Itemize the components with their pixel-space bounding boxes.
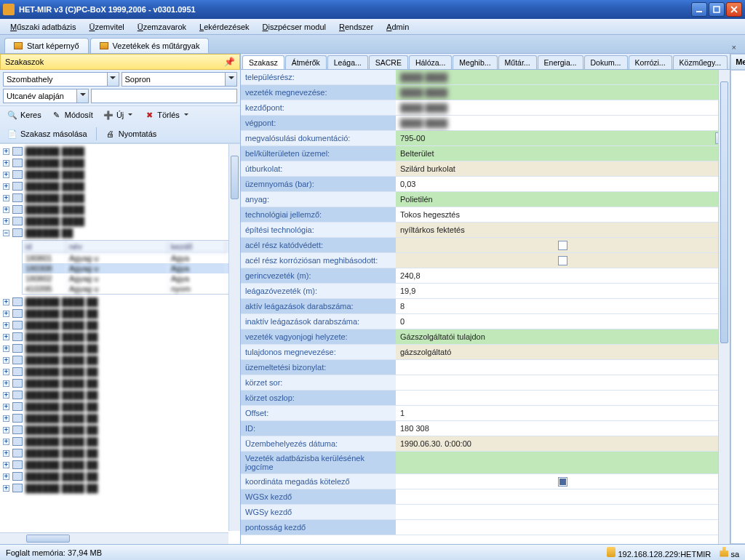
tree-node[interactable]: +██████ ████ ██ (0, 366, 240, 377)
detail-tab[interactable]: Energia... (538, 55, 583, 69)
expand-icon[interactable]: + (3, 160, 9, 167)
expand-icon[interactable]: + (3, 427, 9, 433)
collapse-icon[interactable]: − (3, 230, 9, 236)
property-value[interactable]: 795-00... (396, 131, 730, 146)
tree-node[interactable]: +██████ ████ ██ (0, 354, 240, 366)
property-value[interactable] (396, 253, 730, 268)
property-value[interactable] (396, 375, 730, 391)
scroll-thumb[interactable] (720, 81, 728, 343)
property-value[interactable]: nyíltárkos fektetés (396, 223, 730, 238)
minimize-button[interactable] (691, 2, 707, 17)
tree-node[interactable]: +██████ ████ ██ (0, 459, 240, 471)
filter-input[interactable] (91, 89, 237, 103)
tree-node[interactable]: +██████ ████ (0, 180, 240, 192)
filtermode-combo[interactable]: Utcanév alapján (3, 89, 89, 103)
detail-tab[interactable]: Hálóza... (409, 55, 452, 69)
property-value[interactable] (396, 452, 730, 474)
detail-tab[interactable]: Dokum... (584, 55, 628, 69)
property-value[interactable]: Polietilén (396, 192, 730, 207)
chevron-down-icon[interactable] (127, 110, 134, 120)
property-value[interactable]: 1990.06.30. 0:00:00 (396, 436, 730, 452)
chevron-down-icon[interactable] (225, 73, 236, 86)
keres-button[interactable]: 🔍Keres (3, 108, 46, 121)
property-value[interactable]: ████ ████ (396, 116, 730, 131)
tab-start[interactable]: Start képernyő (4, 38, 89, 53)
tree-node[interactable]: +██████ ████ ██ (0, 482, 240, 494)
checkbox[interactable] (558, 256, 567, 265)
tree-node[interactable]: +██████ ████ (0, 204, 240, 215)
property-value[interactable] (396, 238, 730, 253)
expand-icon[interactable]: + (3, 404, 9, 410)
expand-icon[interactable]: + (3, 148, 9, 155)
detail-tab[interactable]: Műtár... (498, 55, 537, 69)
property-value[interactable]: 0,03 (396, 177, 730, 192)
tab-vezetekek[interactable]: Vezetékek és műtárgyak (90, 38, 210, 53)
torles-button[interactable]: ✖Törlés (140, 108, 194, 121)
chevron-down-icon[interactable] (183, 110, 190, 120)
detail-tab[interactable]: Átmérők (285, 55, 327, 69)
checkbox[interactable] (558, 241, 567, 250)
tree-node[interactable]: +██████ ████ ██ (0, 412, 240, 424)
property-value[interactable]: ████ ████ (396, 70, 730, 85)
tree-node[interactable]: −██████ ██ (0, 227, 240, 239)
nyomtatas-button[interactable]: 🖨Nyomtatás (101, 127, 162, 140)
property-value[interactable]: 1 (396, 406, 730, 421)
tree-node[interactable]: +██████ ████ ██ (0, 401, 240, 412)
subgrid-row[interactable]: 180308Agyag uAgya (23, 263, 239, 273)
tree-node[interactable]: +██████ ████ ██ (0, 308, 240, 319)
masolas-button[interactable]: 📄Szakasz másolása (3, 127, 92, 140)
tree-node[interactable]: +██████ ████ ██ (0, 296, 240, 308)
property-value[interactable]: 180 308 (396, 421, 730, 436)
property-value[interactable] (396, 505, 730, 520)
expand-icon[interactable]: + (3, 357, 9, 364)
expand-icon[interactable]: + (3, 415, 9, 422)
detail-tab[interactable]: Korrózi... (629, 55, 672, 69)
menu-uzemvitel[interactable]: Üzemvitel (84, 21, 130, 33)
vertical-scrollbar[interactable] (718, 70, 730, 544)
tree-node[interactable]: +██████ ████ ██ (0, 471, 240, 482)
expand-icon[interactable]: + (3, 462, 9, 468)
subgrid-header[interactable]: név (66, 241, 168, 253)
menu-diszpecser[interactable]: Diszpécser modul (257, 21, 332, 33)
pin-icon[interactable]: 📌 (224, 57, 235, 67)
section-tree[interactable]: +██████ ████+██████ ████+██████ ████+███… (0, 143, 240, 544)
scroll-thumb[interactable] (231, 156, 239, 199)
expand-icon[interactable]: + (3, 183, 9, 190)
tree-node[interactable]: +██████ ████ (0, 215, 240, 227)
menu-lekerdezesek[interactable]: Lekérdezések (194, 21, 255, 33)
expand-icon[interactable]: + (3, 322, 9, 329)
close-button[interactable] (726, 2, 742, 17)
subgrid-row[interactable]: 410395Agyag unyom (23, 284, 239, 294)
horizontal-scrollbar[interactable] (0, 532, 228, 544)
chevron-down-icon[interactable] (76, 89, 88, 103)
menu-admin[interactable]: Admin (381, 21, 415, 33)
expand-icon[interactable]: + (3, 207, 9, 213)
property-value[interactable]: 240,8 (396, 268, 730, 284)
city1-combo[interactable]: Szombathely (3, 72, 119, 87)
property-value[interactable] (396, 489, 730, 505)
property-value[interactable]: 19,9 (396, 284, 730, 299)
tree-node[interactable]: +██████ ████ (0, 157, 240, 169)
expand-icon[interactable]: + (3, 334, 9, 340)
detail-tab[interactable]: Szakasz (242, 55, 284, 69)
maximize-button[interactable] (709, 2, 725, 17)
property-value[interactable]: ████ ████ (396, 100, 730, 116)
expand-icon[interactable]: + (3, 369, 9, 375)
scroll-thumb[interactable] (26, 535, 70, 543)
property-value[interactable] (396, 391, 730, 406)
expand-icon[interactable]: + (3, 345, 9, 352)
property-value[interactable]: Belterület (396, 146, 730, 161)
menu-uzemzavarok[interactable]: Üzemzavarok (132, 21, 192, 33)
menu-rendszer[interactable]: Rendszer (333, 21, 379, 33)
expand-icon[interactable]: + (3, 299, 9, 305)
subgrid-row[interactable]: 180802Agyag uAgya (23, 273, 239, 284)
detail-tab[interactable]: SACRE (369, 55, 408, 69)
tree-node[interactable]: +██████ ████ ██ (0, 436, 240, 447)
vertical-scrollbar[interactable] (228, 144, 240, 531)
property-value[interactable]: Gázszolgáltatói tulajdon (396, 329, 730, 345)
property-value[interactable]: 8 (396, 299, 730, 314)
property-value[interactable]: ████ ████ (396, 85, 730, 100)
property-value[interactable] (396, 474, 730, 489)
expand-icon[interactable]: + (3, 380, 9, 387)
tree-node[interactable]: +██████ ████ (0, 169, 240, 180)
